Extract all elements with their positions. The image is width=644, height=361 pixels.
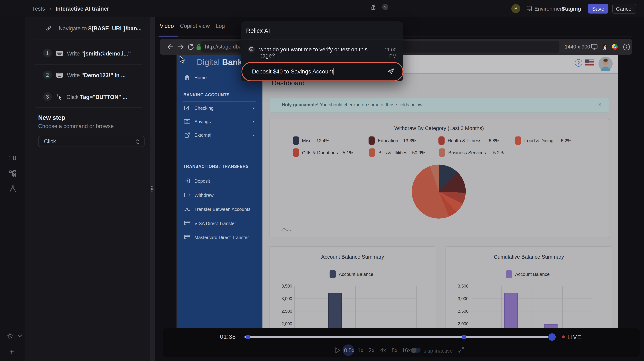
environment-icon	[526, 5, 532, 12]
bank-content: Dashboard Holy guacamole! You should che…	[262, 74, 618, 328]
assistant-input-value: Deposit $40 to Savings Account	[252, 68, 333, 75]
bug-report-icon[interactable]	[370, 4, 376, 11]
bank-nav-deposit[interactable]: Deposit	[177, 175, 262, 187]
skip-inactive-toggle[interactable]	[411, 348, 420, 353]
speed-4x[interactable]: 4x	[380, 347, 386, 354]
legend-item: Gifts & Donations5.1%	[293, 148, 353, 157]
linux-icon[interactable]	[602, 39, 608, 55]
send-icon[interactable]	[387, 68, 394, 74]
breadcrumb-tests[interactable]: Tests	[32, 5, 45, 12]
select-chevrons-icon	[136, 139, 140, 144]
step-action: Click	[66, 94, 80, 100]
dialog-title: Relicx AI	[246, 27, 270, 34]
bank-user-avatar[interactable]	[598, 57, 612, 71]
avatar[interactable]: B	[512, 4, 520, 13]
environment-value: Staging	[562, 6, 581, 12]
bank-nav-visa-transfer[interactable]: VISA Direct Transfer	[177, 217, 262, 229]
command-select[interactable]: Click	[38, 136, 145, 147]
bank-nav-mastercard-transfer[interactable]: Mastercard Direct Transfer	[177, 231, 262, 243]
step-detail: "jsmith@demo.i..."	[82, 50, 131, 56]
cancel-button[interactable]: Cancel	[612, 4, 636, 14]
speed-0.5x[interactable]: 0.5x	[344, 347, 354, 354]
bar-chart-title: Account Balance Summary	[270, 254, 436, 260]
timeline-track[interactable]	[244, 336, 552, 338]
withdraw-category-card: Withdraw By Category (Last 3 Months) Mis…	[269, 119, 609, 238]
reload-icon[interactable]	[188, 39, 194, 55]
step-number: 1	[43, 49, 52, 57]
help-icon[interactable]: ?	[382, 4, 389, 10]
step-number: 3	[43, 92, 52, 101]
flow-tree-icon[interactable]	[9, 170, 16, 177]
chrome-icon[interactable]	[612, 39, 618, 55]
fullscreen-icon[interactable]	[458, 347, 464, 353]
relicx-ai-dialog: Relicx AI what do you want me to verify …	[240, 21, 403, 81]
settings-gear-icon[interactable]	[6, 332, 14, 340]
new-step-title: New step	[38, 114, 66, 121]
click-cursor-icon	[56, 94, 62, 100]
step-row-2[interactable]: 2 Write "Demo123!" in ...	[43, 71, 126, 79]
alert-close-icon[interactable]: ✕	[598, 102, 602, 107]
language-flag-icon[interactable]	[585, 59, 594, 66]
tab-video[interactable]: Video	[160, 23, 174, 29]
playhead[interactable]	[548, 333, 556, 341]
bank-nav-savings[interactable]: 1 Savings ›	[177, 115, 262, 127]
video-viewport[interactable]: ? Digital Bank Home BANKING ACCOUNTS	[177, 55, 618, 328]
assistant-avatar-icon	[248, 46, 254, 52]
save-button[interactable]: Save	[588, 4, 608, 14]
add-icon[interactable]: +	[10, 347, 14, 356]
speed-8x[interactable]: 8x	[392, 347, 398, 354]
elapsed-time: 01:38	[220, 333, 236, 340]
live-label: LIVE	[568, 334, 582, 340]
bank-section-accounts: BANKING ACCOUNTS	[183, 93, 230, 97]
top-bar: Tests › Interactive AI trainer ? B Envir…	[0, 0, 644, 17]
bank-sidebar: Digital Bank Home BANKING ACCOUNTS Check…	[177, 55, 262, 328]
sparkline-icon	[281, 227, 292, 232]
assistant-input[interactable]: Deposit $40 to Savings Account	[241, 62, 403, 81]
navigate-target: ${BASE_URL}/ban...	[88, 25, 142, 31]
viewport-resolution: 1440 x 900	[565, 44, 590, 50]
step-row-3[interactable]: 3 Click Tag="BUTTON" ...	[43, 92, 127, 101]
info-icon[interactable]	[623, 39, 630, 55]
alert-banner: Holy guacamole! You should check in on s…	[269, 98, 609, 113]
assistant-message: what do you want me to verify or test on…	[259, 46, 378, 58]
svg-text:?: ?	[384, 5, 386, 9]
step-row-1[interactable]: 1 Write "jsmith@demo.i..."	[43, 49, 131, 57]
test-steps-panel: Navigate to ${BASE_URL}/ban... 1 Write "…	[25, 17, 150, 361]
drag-dots-icon	[151, 186, 155, 193]
bank-nav-transfer[interactable]: Transfer Between Accounts	[177, 203, 262, 215]
bank-section-transactions: TRANSACTIONS / TRANSFERS	[183, 164, 248, 169]
bank-nav-checking[interactable]: Checking ›	[177, 102, 262, 114]
timeline-marker[interactable]	[246, 335, 250, 339]
speed-16x[interactable]: 16x	[402, 347, 411, 354]
skip-inactive-label: skip inactive	[424, 348, 453, 354]
bank-nav-withdraw[interactable]: Withdraw	[177, 189, 262, 201]
bank-help-icon[interactable]: ?	[575, 59, 582, 67]
bar-cumulative-balance	[504, 293, 518, 328]
step-detail: "Demo123!" in ...	[82, 72, 126, 78]
flask-icon[interactable]	[10, 185, 16, 193]
tab-copilot-view[interactable]: Copilot view	[180, 23, 210, 29]
environment-label: Environment	[534, 6, 564, 12]
chevron-down-icon[interactable]	[17, 334, 23, 338]
back-icon[interactable]	[167, 39, 174, 55]
tab-log[interactable]: Log	[216, 23, 225, 29]
step-action: Write	[67, 50, 82, 56]
bank-nav-external[interactable]: External ›	[177, 129, 262, 141]
play-icon[interactable]	[335, 347, 340, 354]
monitor-icon[interactable]	[591, 39, 598, 55]
panel-resize-handle[interactable]	[150, 17, 155, 361]
bar-chart-title: Cumulative Balance Summary	[446, 254, 612, 260]
navigate-step[interactable]: Navigate to ${BASE_URL}/ban...	[46, 23, 142, 33]
pie-chart-title: Withdraw By Category (Last 3 Months)	[270, 125, 608, 131]
legend-item: Account Balance	[330, 270, 373, 278]
cumulative-balance-card: Cumulative Balance Summary Account Balan…	[446, 246, 612, 328]
timeline-marker[interactable]	[462, 335, 466, 339]
bar-cumulative-balance	[544, 324, 558, 328]
new-step-hint: Choose a command or browse	[38, 123, 114, 129]
forward-icon[interactable]	[177, 39, 184, 55]
speed-2x[interactable]: 2x	[368, 347, 374, 354]
mouse-cursor-icon	[179, 56, 186, 63]
speed-1x[interactable]: 1x	[358, 347, 364, 354]
video-camera-icon[interactable]	[8, 155, 16, 161]
legend-item: Food & Dining6.2%	[515, 136, 572, 145]
